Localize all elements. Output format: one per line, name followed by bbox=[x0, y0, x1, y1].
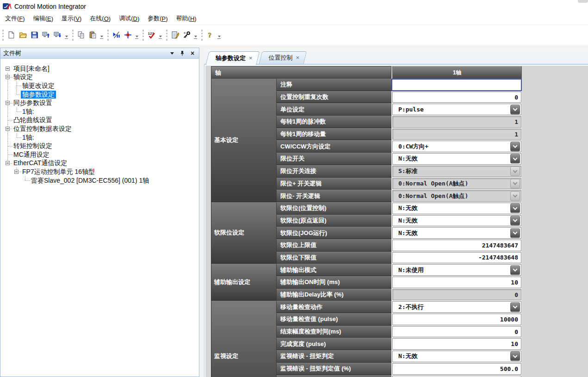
dropdown-value[interactable]: 2:不执行 bbox=[392, 301, 521, 313]
expand-box-icon[interactable] bbox=[6, 127, 10, 131]
tree-item[interactable]: 1轴: bbox=[3, 107, 199, 116]
tab-close-icon[interactable]: × bbox=[249, 55, 253, 62]
expand-box-icon[interactable] bbox=[14, 170, 19, 174]
upload-pc-icon[interactable] bbox=[41, 30, 51, 40]
file-tree-panel: 文件树 × 项目[未命名]轴设定轴更改设定轴参数设定同步参数设置1轴:凸轮曲线设… bbox=[0, 48, 199, 377]
tab-inactive[interactable]: 位置控制× bbox=[260, 51, 305, 64]
help-icon[interactable]: ? bbox=[205, 30, 215, 40]
menu-F[interactable]: 文件(F) bbox=[1, 12, 29, 25]
expand-box-icon[interactable] bbox=[6, 75, 10, 79]
dropdown-value[interactable]: N:无效 bbox=[392, 376, 521, 377]
chevron-down-icon[interactable] bbox=[510, 216, 520, 225]
expand-box-icon[interactable] bbox=[6, 101, 10, 105]
tree-item[interactable]: 1轴: bbox=[3, 133, 199, 142]
toolbar-overflow-icon[interactable] bbox=[100, 36, 103, 39]
chevron-down-icon[interactable] bbox=[510, 228, 520, 238]
dropdown-value[interactable]: N:无效 bbox=[392, 215, 521, 227]
param-label: 移动量检查动作 bbox=[276, 301, 391, 313]
param-label: 监视错误 - 扭矩判定 bbox=[276, 350, 391, 363]
dropdown-value[interactable]: 0:CW方向+ bbox=[392, 141, 521, 152]
chevron-down-icon[interactable] bbox=[510, 142, 520, 151]
param-value-cell: 10 bbox=[391, 338, 522, 350]
chevron-down-icon[interactable] bbox=[510, 302, 520, 312]
dropdown-value[interactable]: N:未使用 bbox=[392, 264, 521, 276]
dropdown-value[interactable]: P:pulse bbox=[392, 104, 521, 115]
tree-item[interactable]: 轴参数设定 bbox=[3, 90, 199, 99]
tree-item[interactable]: MC通用设定 bbox=[3, 150, 199, 159]
numeric-value[interactable]: 2147483647 bbox=[392, 240, 521, 251]
menu-D[interactable]: 调试(D) bbox=[115, 12, 143, 25]
toolbar-overflow-icon[interactable] bbox=[217, 36, 221, 39]
tree-connector bbox=[3, 159, 12, 168]
tree-item[interactable]: FP7运动控制单元 16轴型 bbox=[3, 167, 199, 176]
tree-item[interactable]: EtherCAT通信设定 bbox=[3, 159, 199, 168]
menu-H[interactable]: 帮助(H) bbox=[172, 12, 201, 25]
table-row: 辅助输出模式 N:未使用 bbox=[276, 264, 522, 276]
comment-input[interactable] bbox=[391, 79, 522, 91]
chevron-down-icon[interactable] bbox=[510, 154, 520, 164]
paste-icon[interactable] bbox=[87, 30, 98, 40]
table-row: 完成宽度 (pulse) 10 bbox=[276, 338, 522, 350]
toolbar-drag-handle[interactable] bbox=[166, 30, 167, 41]
table-header-axis1[interactable]: 1轴 bbox=[392, 66, 522, 79]
dock-menu-arrow-icon[interactable] bbox=[168, 49, 176, 57]
menu-V[interactable]: 显示(V) bbox=[57, 12, 86, 25]
tree-item[interactable]: 轴更改设定 bbox=[3, 81, 199, 90]
toolbar-drag-handle[interactable] bbox=[2, 30, 4, 41]
axis-position-icon[interactable] bbox=[123, 30, 133, 40]
numeric-value[interactable]: 0 bbox=[392, 326, 521, 338]
chevron-down-icon[interactable] bbox=[510, 105, 520, 114]
expand-box-icon[interactable] bbox=[6, 67, 10, 71]
download-pc-icon[interactable] bbox=[52, 30, 62, 40]
numeric-value[interactable]: 0 bbox=[392, 92, 521, 103]
toolbar-drag-handle[interactable] bbox=[107, 30, 109, 41]
tree-item[interactable]: 同步参数设置 bbox=[3, 99, 199, 107]
numeric-value[interactable]: 10 bbox=[392, 338, 521, 350]
tab-active[interactable]: 轴参数设定× bbox=[207, 51, 258, 65]
tree-item[interactable]: 转矩控制设定 bbox=[3, 142, 199, 150]
toolbar-overflow-icon[interactable] bbox=[194, 36, 197, 39]
tree-item[interactable]: 项目[未命名] bbox=[3, 64, 199, 73]
run-pause-icon[interactable] bbox=[111, 30, 121, 40]
toolbar-drag-handle[interactable] bbox=[72, 30, 74, 41]
toolbar-overflow-icon[interactable] bbox=[159, 36, 162, 39]
expand-box-icon[interactable] bbox=[6, 161, 10, 165]
menu-O[interactable]: 在线(O) bbox=[86, 12, 115, 25]
dropdown-value[interactable]: N:无效 bbox=[392, 351, 521, 362]
dropdown-value[interactable]: N:无效 bbox=[392, 227, 521, 239]
toolbar-drag-handle[interactable] bbox=[142, 30, 144, 41]
numeric-value[interactable]: 10000 bbox=[392, 314, 521, 325]
menu-E[interactable]: 编辑(E) bbox=[29, 12, 57, 25]
chevron-down-icon[interactable] bbox=[510, 265, 520, 275]
check-123-icon[interactable]: 123 bbox=[146, 30, 156, 40]
param-value-cell: N:无效 bbox=[391, 350, 522, 363]
tab-close-icon[interactable]: × bbox=[296, 54, 300, 61]
param-value-cell: 0 bbox=[391, 289, 522, 301]
chevron-down-icon[interactable] bbox=[510, 352, 520, 361]
param-label: 监视错误 - 扭矩判定值 (%) bbox=[276, 363, 391, 375]
chevron-down-icon[interactable] bbox=[510, 204, 520, 213]
toolbar-group: 123 bbox=[141, 25, 165, 45]
tree-item[interactable]: 位置控制数据表设定 bbox=[3, 124, 199, 133]
dropdown-value[interactable]: N:无效 bbox=[392, 203, 521, 214]
close-icon[interactable]: × bbox=[189, 49, 196, 57]
edit-note-icon[interactable] bbox=[170, 30, 180, 40]
numeric-value[interactable]: 500.0 bbox=[392, 363, 521, 375]
key-tool-icon[interactable] bbox=[181, 30, 192, 40]
copy-icon[interactable] bbox=[76, 30, 86, 40]
toolbar-overflow-icon[interactable] bbox=[65, 36, 68, 39]
open-folder-icon[interactable] bbox=[18, 30, 28, 40]
numeric-value[interactable]: -2147483648 bbox=[392, 252, 521, 264]
numeric-value[interactable]: 10 bbox=[392, 277, 521, 288]
tree-item[interactable]: 轴设定 bbox=[3, 73, 199, 82]
pin-icon[interactable] bbox=[179, 49, 186, 57]
menu-P[interactable]: 参数(P) bbox=[143, 12, 172, 25]
save-icon[interactable] bbox=[29, 30, 39, 40]
new-file-icon[interactable] bbox=[6, 30, 16, 40]
toolbar-overflow-icon[interactable] bbox=[135, 36, 138, 39]
tree-item[interactable]: 雷赛Slave_002 [DM3C-EC556] (001) 1轴 bbox=[3, 176, 199, 185]
tree-item[interactable]: 凸轮曲线设置 bbox=[3, 116, 199, 125]
toolbar-group bbox=[1, 25, 71, 45]
toolbar-drag-handle[interactable] bbox=[201, 30, 203, 41]
dropdown-value[interactable]: N:无效 bbox=[392, 153, 521, 165]
